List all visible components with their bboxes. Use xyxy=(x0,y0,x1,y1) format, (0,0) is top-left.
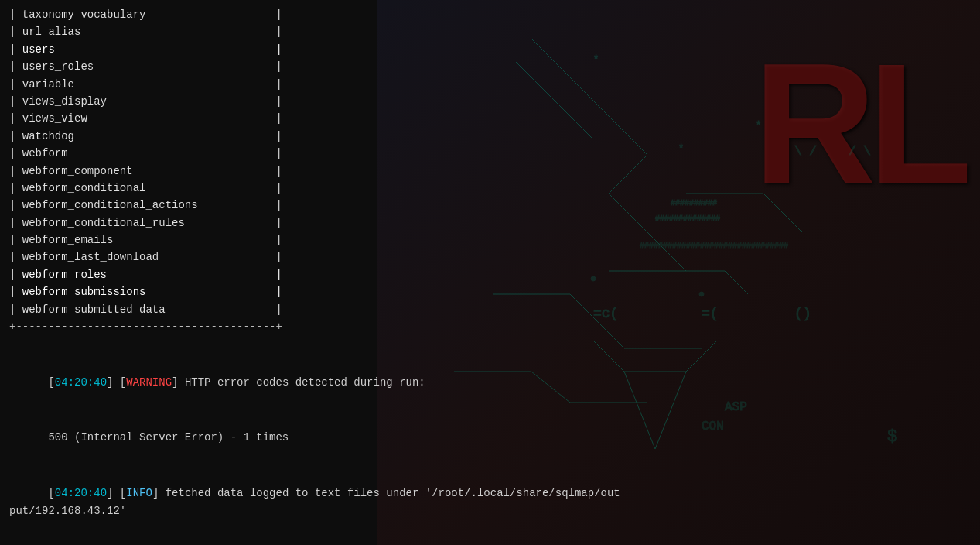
log-bracket-open-2: [ xyxy=(48,487,54,499)
table-cell: | webform_submissions | xyxy=(9,283,282,300)
table-row: | url_alias | xyxy=(9,23,625,40)
table-row: | users_roles | xyxy=(9,58,625,75)
svg-point-34 xyxy=(699,292,704,296)
table-cell: | webform_conditional_rules | xyxy=(9,214,282,231)
svg-text:*: * xyxy=(678,143,684,154)
table-cell: | variable | xyxy=(9,76,282,93)
svg-text:ASP: ASP xyxy=(725,400,747,414)
table-rows: | taxonomy_vocabulary | | url_alias | | … xyxy=(9,6,625,335)
log-level-warning: WARNING xyxy=(126,376,172,389)
table-row: | webform_roles | xyxy=(9,266,625,283)
table-cell: | webform_conditional | xyxy=(9,180,282,197)
table-cell: | webform | xyxy=(9,145,282,162)
log-timestamp-2: 04:20:40 xyxy=(55,487,107,499)
table-row: | webform_component | xyxy=(9,163,625,180)
log-message-warning: ] HTTP error codes detected during run: xyxy=(172,376,425,389)
table-row: | webform_conditional_actions | xyxy=(9,197,625,214)
table-row: | variable | xyxy=(9,76,625,93)
table-cell: | webform_submitted_data | xyxy=(9,301,282,318)
table-separator-row: +---------------------------------------… xyxy=(9,318,625,335)
svg-text:/ \: / \ xyxy=(849,145,871,159)
svg-line-27 xyxy=(655,372,686,449)
log-level-info: INFO xyxy=(126,487,152,499)
log-warning-line: [04:20:40] [WARNING] HTTP error codes de… xyxy=(9,355,625,410)
log-bracket-level: ] [ xyxy=(107,376,126,389)
table-row: | webform_conditional_rules | xyxy=(9,214,625,231)
log-error-text: 500 (Internal Server Error) - 1 times xyxy=(48,431,289,444)
table-cell: | watchdog | xyxy=(9,128,282,145)
table-row: | views_view | xyxy=(9,110,625,127)
log-bracket-level-2: ] [ xyxy=(107,487,126,499)
svg-text:=(: =( xyxy=(702,306,719,321)
table-cell: | url_alias | xyxy=(9,23,282,40)
table-row: | webform_last_download | xyxy=(9,249,625,266)
log-error-detail: 500 (Internal Server Error) - 1 times xyxy=(9,410,625,465)
svg-text:##############################: ################################ xyxy=(640,242,788,250)
table-cell-users: | users | xyxy=(9,41,282,58)
spacer-2 xyxy=(9,540,625,545)
svg-text:$: $ xyxy=(887,427,897,447)
table-cell: | views_view | xyxy=(9,110,282,127)
table-row: | webform | xyxy=(9,145,625,162)
table-cell: | webform_last_download | xyxy=(9,249,282,266)
log-info-line: [04:20:40] [INFO] fetched data logged to… xyxy=(9,466,625,540)
table-cell: | users_roles | xyxy=(9,58,282,75)
table-separator: +---------------------------------------… xyxy=(9,318,282,335)
table-cell: | webform_emails | xyxy=(9,231,282,249)
svg-text:(): () xyxy=(794,306,811,321)
table-cell: | webform_component | xyxy=(9,163,282,180)
log-section: [04:20:40] [WARNING] HTTP error codes de… xyxy=(9,355,625,540)
log-bracket-open: [ xyxy=(48,376,54,389)
terminal-panel: | taxonomy_vocabulary | | url_alias | | … xyxy=(0,0,634,545)
table-row: | webform_emails | xyxy=(9,231,625,249)
table-row: | webform_submitted_data | xyxy=(9,301,625,318)
table-cell: | taxonomy_vocabulary | xyxy=(9,6,282,23)
table-row: | watchdog | xyxy=(9,128,625,145)
table-row: | views_display | xyxy=(9,93,625,110)
svg-line-30 xyxy=(686,341,717,372)
table-row: | taxonomy_vocabulary | xyxy=(9,6,625,23)
spacer xyxy=(9,335,625,355)
svg-line-7 xyxy=(725,271,748,294)
svg-line-5 xyxy=(763,194,802,232)
table-cell: | views_display | xyxy=(9,93,282,110)
table-cell: | webform_conditional_actions | xyxy=(9,197,282,214)
log-timestamp-1: 04:20:40 xyxy=(55,376,107,389)
svg-text:##########: ########## xyxy=(671,199,717,207)
table-row: | users | xyxy=(9,41,625,58)
svg-text:*: * xyxy=(756,120,761,131)
table-row: | webform_submissions | xyxy=(9,283,625,300)
svg-text:##############: ############## xyxy=(655,214,720,223)
table-cell: | webform_roles | xyxy=(9,266,282,283)
svg-text:\ /: \ / xyxy=(794,145,817,159)
table-row: | webform_conditional | xyxy=(9,180,625,197)
svg-text:CON: CON xyxy=(702,420,724,434)
